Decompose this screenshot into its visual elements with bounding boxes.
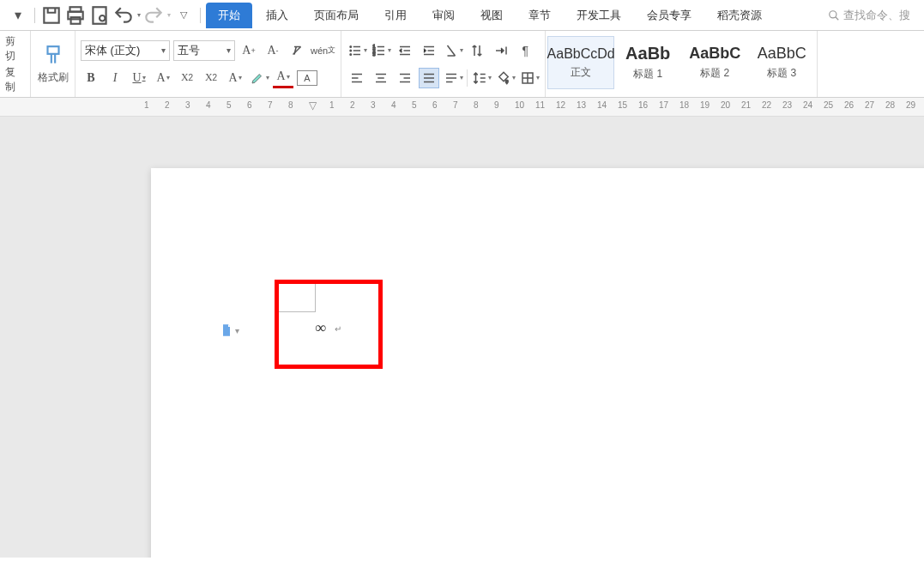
font-color-button[interactable]: A▾ xyxy=(273,68,293,88)
style-heading1[interactable]: AaBb 标题 1 xyxy=(614,36,681,89)
ruler-tick: 20 xyxy=(721,100,730,110)
font-size-select[interactable]: 五号 ▾ xyxy=(173,40,235,61)
horizontal-ruler[interactable]: 87654321▽1234567891011121314151617181920… xyxy=(0,98,924,117)
undo-dropdown-icon[interactable]: ▾ xyxy=(137,11,141,19)
style-heading3[interactable]: AaBbC 标题 3 xyxy=(748,36,815,89)
svg-point-12 xyxy=(350,53,352,55)
style-label: 正文 xyxy=(571,65,591,80)
save-icon[interactable] xyxy=(40,4,63,27)
print-icon[interactable] xyxy=(64,4,87,27)
grow-font-button[interactable]: A+ xyxy=(239,40,259,61)
preview-icon[interactable] xyxy=(88,4,111,27)
align-right-button[interactable] xyxy=(395,68,415,88)
style-label: 标题 2 xyxy=(700,66,729,81)
ruler-tick: 9 xyxy=(494,100,499,110)
tab-page-layout[interactable]: 页面布局 xyxy=(302,3,371,28)
search-placeholder: 查找命令、搜 xyxy=(843,8,910,23)
ruler-tick: 14 xyxy=(597,100,607,110)
tab-review[interactable]: 审阅 xyxy=(420,3,467,28)
tab-references[interactable]: 引用 xyxy=(372,3,419,28)
clipboard-group: 剪切 复制 xyxy=(0,31,31,97)
italic-button[interactable]: I xyxy=(105,68,125,88)
ruler-tick: 5 xyxy=(226,100,232,110)
bold-button[interactable]: B xyxy=(81,68,101,88)
sort-button[interactable] xyxy=(467,40,487,61)
tab-start[interactable]: 开始 xyxy=(206,3,252,28)
search-icon xyxy=(828,9,840,21)
ruler-tick: 3 xyxy=(185,100,190,110)
shading-button[interactable]: ▾ xyxy=(495,68,516,88)
tab-section[interactable]: 章节 xyxy=(516,3,563,28)
style-preview: AaBbC xyxy=(689,45,740,63)
character-border-button[interactable]: A xyxy=(297,70,317,86)
font-name-select[interactable]: 宋体 (正文) ▾ xyxy=(81,40,170,61)
superscript-button[interactable]: X2 xyxy=(177,68,197,88)
ruler-tick: 8 xyxy=(288,100,293,110)
line-spacing-button[interactable]: ▾ xyxy=(471,68,492,88)
chevron-down-icon: ▾ xyxy=(161,45,166,55)
ruler-tick: 17 xyxy=(659,100,668,110)
increase-indent-button[interactable] xyxy=(419,40,439,61)
svg-text:3: 3 xyxy=(372,51,375,57)
tab-docer[interactable]: 稻壳资源 xyxy=(705,3,774,28)
text-effects-button[interactable]: A▾ xyxy=(225,68,245,88)
highlight-button[interactable]: ▾ xyxy=(249,68,269,88)
clear-formatting-button[interactable] xyxy=(287,40,307,61)
shrink-font-button[interactable]: A- xyxy=(263,40,283,61)
search-input[interactable]: 查找命令、搜 xyxy=(821,5,917,26)
borders-button[interactable]: ▾ xyxy=(519,68,540,88)
style-label: 标题 1 xyxy=(633,67,662,81)
undo-icon[interactable] xyxy=(112,4,135,27)
align-justify-button[interactable] xyxy=(419,68,439,88)
numbering-button[interactable]: 123▾ xyxy=(371,40,391,61)
copy-label[interactable]: 复制 xyxy=(5,65,25,94)
tab-developer[interactable]: 开发工具 xyxy=(565,3,633,28)
ruler-tick: 19 xyxy=(700,100,710,110)
svg-point-8 xyxy=(350,45,352,47)
decrease-indent-button[interactable] xyxy=(395,40,415,61)
ribbon: 剪切 复制 格式刷 宋体 (正文) ▾ 五号 ▾ A+ A- wén文 B I … xyxy=(0,31,924,98)
page-indicator-icon[interactable]: ▾ xyxy=(220,323,239,338)
show-marks-button[interactable]: ¶ xyxy=(515,40,535,61)
style-normal[interactable]: AaBbCcDd 正文 xyxy=(547,36,614,89)
ruler-tick: 16 xyxy=(638,100,648,110)
align-center-button[interactable] xyxy=(371,68,391,88)
svg-point-6 xyxy=(830,10,836,17)
svg-point-5 xyxy=(100,15,106,21)
distribute-button[interactable]: ▾ xyxy=(443,68,463,88)
style-heading2[interactable]: AaBbC 标题 2 xyxy=(681,36,748,89)
page[interactable] xyxy=(151,168,924,558)
style-preview: AaBb xyxy=(625,44,670,63)
tab-view[interactable]: 视图 xyxy=(468,3,515,28)
customize-qat-icon[interactable]: ▽ xyxy=(172,4,195,27)
font-name-value: 宋体 (正文) xyxy=(85,43,158,58)
ruler-tick: 26 xyxy=(844,100,854,110)
redo-icon[interactable] xyxy=(142,4,165,27)
ruler-tick: 7 xyxy=(453,100,458,110)
format-painter-icon[interactable] xyxy=(42,43,64,69)
redo-dropdown-icon[interactable]: ▾ xyxy=(167,11,171,19)
tab-button[interactable] xyxy=(491,40,511,61)
ruler-tick: 4 xyxy=(391,100,396,110)
underline-button[interactable]: U▾ xyxy=(129,68,149,88)
svg-rect-7 xyxy=(47,46,58,54)
phonetic-guide-button[interactable]: wén文 xyxy=(311,40,335,61)
cut-label[interactable]: 剪切 xyxy=(5,34,25,63)
indent-marker-icon[interactable]: ▽ xyxy=(309,100,317,112)
ruler-tick: 15 xyxy=(618,100,627,110)
tab-member[interactable]: 会员专享 xyxy=(635,3,704,28)
ruler-tick: 6 xyxy=(432,100,438,110)
ruler-tick: 5 xyxy=(412,100,417,110)
text-direction-button[interactable]: ▾ xyxy=(443,40,463,61)
subscript-button[interactable]: X2 xyxy=(201,68,221,88)
ruler-tick: 21 xyxy=(741,100,751,110)
dropdown-icon[interactable]: ▾ xyxy=(7,4,29,27)
ruler-tick: 25 xyxy=(824,100,833,110)
style-label: 标题 3 xyxy=(767,66,796,81)
ruler-tick: 24 xyxy=(803,100,812,110)
align-left-button[interactable] xyxy=(347,68,367,88)
strikethrough-button[interactable]: A▾ xyxy=(153,68,173,88)
bullets-button[interactable]: ▾ xyxy=(347,40,367,61)
tab-insert[interactable]: 插入 xyxy=(254,3,300,28)
format-painter-label[interactable]: 格式刷 xyxy=(38,70,69,85)
